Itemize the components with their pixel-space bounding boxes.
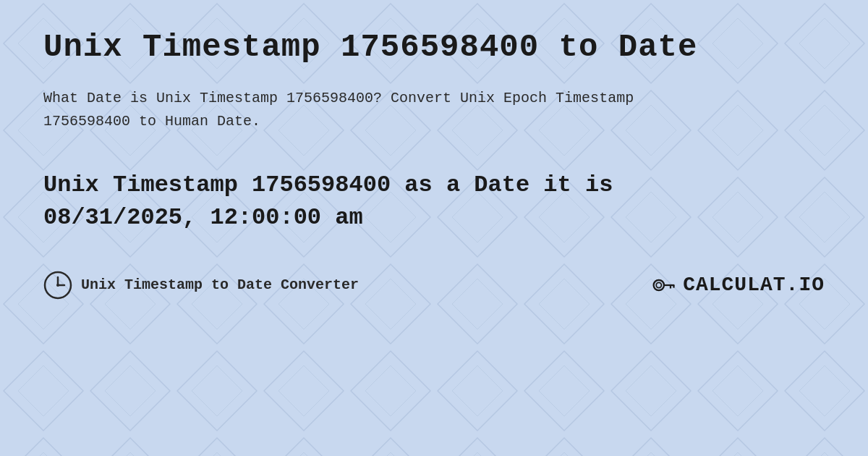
footer-label: Unix Timestamp to Date Converter — [81, 276, 359, 293]
result-line2: 08/31/2025, 12:00:00 am — [43, 204, 363, 231]
svg-point-7 — [56, 284, 59, 287]
logo: CALCULAT.IO — [651, 272, 825, 298]
page-description: What Date is Unix Timestamp 1756598400? … — [43, 87, 694, 133]
footer-left: Unix Timestamp to Date Converter — [43, 271, 359, 300]
result-line1: Unix Timestamp 1756598400 as a Date it i… — [43, 172, 613, 198]
clock-icon — [43, 271, 72, 300]
svg-point-9 — [656, 282, 661, 287]
logo-text: CALCULAT.IO — [683, 274, 825, 296]
result-block: Unix Timestamp 1756598400 as a Date it i… — [43, 169, 825, 235]
logo-icon — [651, 272, 677, 298]
footer: Unix Timestamp to Date Converter CALCULA… — [43, 271, 825, 300]
page-title: Unix Timestamp 1756598400 to Date — [43, 29, 825, 65]
svg-point-8 — [654, 279, 664, 290]
